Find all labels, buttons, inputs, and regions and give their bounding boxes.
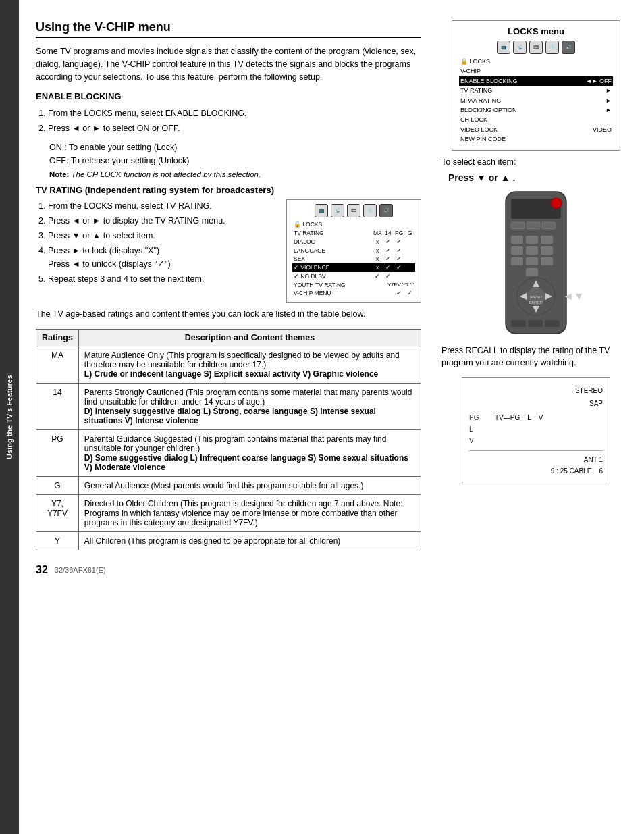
- ch-lock-row: CH LOCK: [459, 115, 613, 124]
- locks-menu-title: LOCKS menu: [459, 26, 613, 36]
- rating-cell: 14: [36, 383, 79, 429]
- ratings-table: Ratings Description and Content themes M…: [36, 329, 421, 550]
- locks-tv-icon: 📺: [497, 41, 510, 54]
- svg-text:ENTER: ENTER: [529, 301, 543, 305]
- rating-cell: Y7,Y7FV: [36, 494, 79, 531]
- svg-text:◄▼▲►: ◄▼▲►: [563, 290, 587, 302]
- osd-v-row: V: [469, 435, 603, 446]
- rating-cell: MA: [36, 346, 79, 383]
- tv-rating-heading: TV RATING (Independent rating system for…: [36, 185, 421, 195]
- tr-dialog-row: DIALOG x ✓ ✓: [292, 238, 415, 246]
- locks-cable-icon: 📡: [513, 41, 527, 54]
- svg-rect-3: [527, 222, 540, 229]
- tv-rating-section: TV RATING (Independent rating system for…: [36, 185, 421, 321]
- svg-point-5: [551, 198, 562, 209]
- osd-ant: ANT 1: [469, 450, 603, 465]
- tr-violence-row: ✓ VIOLENCE x ✓ ✓: [292, 263, 415, 272]
- svg-rect-13: [526, 257, 538, 265]
- description-cell: All Children (This program is designed t…: [78, 531, 421, 550]
- enable-blocking-section: ENABLE BLOCKING From the LOCKS menu, sel…: [36, 91, 421, 178]
- svg-rect-9: [511, 246, 523, 255]
- table-row: Y7,Y7FV Directed to Older Children (This…: [36, 494, 421, 531]
- svg-text:MENU: MENU: [530, 295, 542, 299]
- vchip-row: V-CHIP: [459, 66, 613, 76]
- side-tab-label: Using the TV's Features: [5, 375, 14, 459]
- main-content: Using the V-CHIP menu Some TV programs a…: [19, 0, 644, 834]
- svg-rect-11: [541, 246, 553, 255]
- right-col-inner: LOCKS menu 📺 📡 📼 💿 🔊 🔒 LOCKS: [435, 20, 630, 484]
- ratings-header: Ratings: [36, 329, 79, 346]
- osd-sap: SAP: [469, 398, 603, 409]
- video-lock-row: VIDEO LOCK VIDEO: [459, 125, 613, 134]
- table-row: PG Parental Guidance Suggested (This pro…: [36, 429, 421, 476]
- page-footer: 32 32/36AFX61(E): [36, 564, 421, 576]
- table-intro-text: The TV age-based ratings and content the…: [36, 308, 421, 321]
- tv-rating-menu-image: 📺 📡 📼 💿 🔊 🔒 LOCKS: [286, 199, 421, 303]
- description-cell: Parental Guidance Suggested (This progra…: [78, 429, 421, 476]
- step-item: From the LOCKS menu, select ENABLE BLOCK…: [48, 107, 421, 120]
- off-description: OFF: To release your setting (Unlock): [49, 154, 421, 167]
- locks-dvd-icon: 💿: [545, 41, 559, 54]
- description-cell: General Audience (Most parents would fin…: [78, 476, 421, 494]
- locks-vcr-icon: 📼: [529, 41, 543, 54]
- osd-tv-content: STEREO SAP PG TV—PG L V L: [469, 385, 603, 477]
- side-tab: Using the TV's Features: [0, 0, 19, 834]
- cable-icon: 📡: [331, 204, 344, 217]
- tr-header-row: TV RATING MA 14 PG G: [292, 229, 415, 238]
- svg-rect-25: [528, 320, 543, 327]
- tv-rating-icons: 📺 📡 📼 💿 🔊: [292, 204, 415, 217]
- model-number: 32/36AFX61(E): [55, 566, 106, 574]
- locks-menu-content: 🔒 LOCKS V-CHIP ENABLE BLOCKING ◄► OFF TV…: [459, 57, 613, 145]
- svg-rect-14: [541, 257, 553, 265]
- svg-rect-2: [511, 222, 525, 229]
- press-arrow-label: Press ▼ or ▲ .: [448, 172, 630, 183]
- osd-stereo: STEREO: [469, 385, 603, 396]
- table-row: G General Audience (Most parents would f…: [36, 476, 421, 494]
- tv-icon: 📺: [315, 204, 328, 217]
- vcr-icon: 📼: [347, 204, 360, 217]
- tr-youth-row: YOUTH TV RATING Y7FV Y7 Y: [292, 281, 415, 290]
- rating-cell: Y: [36, 531, 79, 550]
- description-header: Description and Content themes: [78, 329, 421, 346]
- svg-rect-12: [511, 257, 523, 265]
- locks-icons-row: 📺 📡 📼 💿 🔊: [459, 41, 613, 54]
- tv-rating-content-area: 📺 📡 📼 💿 🔊 🔒 LOCKS: [36, 199, 421, 308]
- locks-menu-box: LOCKS menu 📺 📡 📼 💿 🔊 🔒 LOCKS: [452, 20, 620, 151]
- table-row: Y All Children (This program is designed…: [36, 531, 421, 550]
- svg-rect-7: [526, 236, 538, 244]
- content-note: D) Some suggestive dialog L) Infrequent …: [84, 453, 408, 472]
- ch-lock-note: Note: The CH LOCK function is not affect…: [49, 170, 421, 178]
- on-off-description: ON : To enable your setting (Lock) OFF: …: [49, 140, 421, 167]
- tv-rating-menu-content: 🔒 LOCKS TV RATING MA 14 PG G: [292, 220, 415, 298]
- svg-rect-8: [541, 236, 553, 244]
- page-number: 32: [36, 564, 48, 576]
- enable-blocking-heading: ENABLE BLOCKING: [36, 91, 421, 101]
- on-description: ON : To enable your setting (Lock): [49, 140, 421, 154]
- intro-paragraph: Some TV programs and movies include sign…: [36, 45, 421, 83]
- svg-rect-15: [526, 268, 538, 276]
- audio-icon: 🔊: [379, 204, 393, 217]
- svg-rect-26: [545, 320, 560, 327]
- tv-rating-row: TV RATING ►: [459, 86, 613, 95]
- note-label: Note:: [49, 170, 69, 178]
- locks-audio-icon: 🔊: [562, 41, 575, 54]
- press-recall-text: Press RECALL to display the rating of th…: [441, 344, 630, 370]
- svg-rect-6: [511, 236, 523, 244]
- to-select-label: To select each item:: [441, 157, 630, 167]
- svg-rect-24: [511, 320, 526, 327]
- new-pin-code-row: NEW PIN CODE: [459, 134, 613, 144]
- tr-language-row: LANGUAGE x ✓ ✓: [292, 246, 415, 255]
- svg-rect-10: [526, 246, 538, 255]
- rating-cell: G: [36, 476, 79, 494]
- tr-locks-row: 🔒 LOCKS: [292, 220, 415, 229]
- remote-control-svg: MENU ENTER ◄▼▲►: [485, 188, 587, 337]
- remote-image-area: MENU ENTER ◄▼▲►: [441, 188, 630, 339]
- enable-blocking-steps: From the LOCKS menu, select ENABLE BLOCK…: [48, 107, 421, 135]
- locks-row: 🔒 LOCKS: [459, 57, 613, 66]
- right-column: LOCKS menu 📺 📡 📼 💿 🔊 🔒 LOCKS: [435, 20, 630, 576]
- tr-vchipmenu-row: V-CHIP MENU ✓ ✓: [292, 289, 415, 298]
- description-cell: Directed to Older Children (This program…: [78, 494, 421, 531]
- osd-time: 9 : 25 CABLE 6: [469, 465, 603, 477]
- description-cell: Parents Strongly Cautioned (This program…: [78, 383, 421, 429]
- table-row: MA Mature Audience Only (This program is…: [36, 346, 421, 383]
